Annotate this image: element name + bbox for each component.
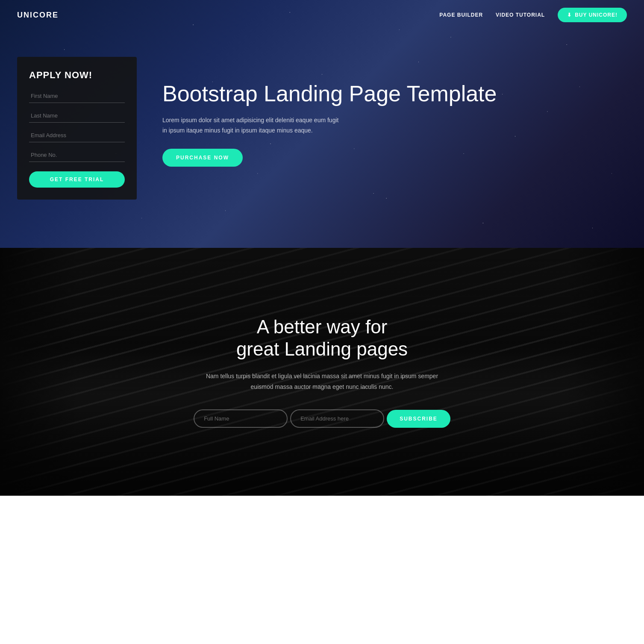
- first-name-input[interactable]: [29, 89, 125, 103]
- apply-card-title: APPLY NOW!: [29, 70, 125, 81]
- subscribe-row: SUBSCRIBE: [194, 409, 450, 428]
- section2-content: A better way for great Landing pages Nam…: [194, 316, 450, 428]
- apply-card: APPLY NOW! GET FREE TRIAL: [17, 57, 137, 200]
- nav-links: PAGE BUILDER VIDEO TUTORIAL ⬇ BUY UNICOR…: [439, 8, 627, 22]
- hero-content: APPLY NOW! GET FREE TRIAL Bootstrap Land…: [0, 48, 644, 200]
- hero-headline: Bootstrap Landing Page Template: [162, 81, 627, 107]
- nav-link-video-tutorial[interactable]: VIDEO TUTORIAL: [496, 12, 545, 18]
- brand-logo: UNICORE: [17, 11, 59, 20]
- email-input[interactable]: [29, 129, 125, 142]
- subscribe-email-input[interactable]: [290, 409, 384, 428]
- phone-input[interactable]: [29, 148, 125, 162]
- last-name-input[interactable]: [29, 109, 125, 123]
- section2-body: Nam tellus turpis blandit et ligula vel …: [198, 371, 446, 392]
- nav-link-page-builder[interactable]: PAGE BUILDER: [439, 12, 483, 18]
- subscribe-fullname-input[interactable]: [194, 409, 288, 428]
- navbar: UNICORE PAGE BUILDER VIDEO TUTORIAL ⬇ BU…: [0, 0, 644, 30]
- section2-headline: A better way for great Landing pages: [194, 316, 450, 361]
- subscribe-button[interactable]: SUBSCRIBE: [387, 410, 450, 428]
- download-icon: ⬇: [567, 12, 572, 18]
- hero-section: APPLY NOW! GET FREE TRIAL Bootstrap Land…: [0, 0, 644, 248]
- buy-button[interactable]: ⬇ BUY UNICORE!: [558, 8, 627, 22]
- hero-body: Lorem ipsum dolor sit amet adipisicing e…: [162, 115, 342, 136]
- purchase-button[interactable]: PURCHASE NOW: [162, 149, 243, 167]
- free-trial-button[interactable]: GET FREE TRIAL: [29, 171, 125, 188]
- hero-text: Bootstrap Landing Page Template Lorem ip…: [162, 81, 627, 166]
- section2: A better way for great Landing pages Nam…: [0, 248, 644, 496]
